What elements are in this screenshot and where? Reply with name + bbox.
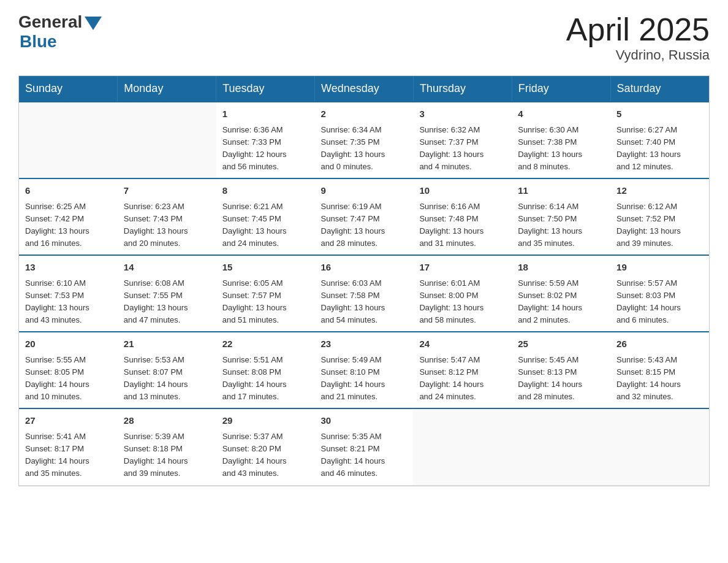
day-info: Sunrise: 6:34 AMSunset: 7:35 PMDaylight:… [321, 124, 408, 174]
day-number: 28 [124, 414, 210, 428]
calendar-cell: 7Sunrise: 6:23 AMSunset: 7:43 PMDaylight… [118, 178, 216, 255]
calendar-header-sunday: Sunday [19, 76, 118, 102]
day-number: 26 [616, 337, 703, 351]
day-number: 3 [419, 107, 506, 121]
calendar-cell: 8Sunrise: 6:21 AMSunset: 7:45 PMDaylight… [216, 178, 315, 255]
page-header: General Blue April 2025 Vydrino, Russia [18, 12, 710, 63]
calendar-cell: 27Sunrise: 5:41 AMSunset: 8:17 PMDayligh… [19, 408, 118, 485]
calendar-week-row: 20Sunrise: 5:55 AMSunset: 8:05 PMDayligh… [19, 332, 709, 408]
day-info: Sunrise: 6:10 AMSunset: 7:53 PMDaylight:… [25, 277, 112, 327]
calendar-cell: 21Sunrise: 5:53 AMSunset: 8:07 PMDayligh… [118, 332, 216, 408]
day-number: 6 [25, 184, 112, 198]
day-info: Sunrise: 5:47 AMSunset: 8:12 PMDaylight:… [419, 354, 506, 404]
day-info: Sunrise: 6:25 AMSunset: 7:42 PMDaylight:… [25, 201, 112, 250]
calendar-cell: 16Sunrise: 6:03 AMSunset: 7:58 PMDayligh… [315, 255, 414, 332]
day-number: 19 [616, 261, 703, 275]
calendar-cell: 22Sunrise: 5:51 AMSunset: 8:08 PMDayligh… [216, 332, 315, 408]
calendar-week-row: 13Sunrise: 6:10 AMSunset: 7:53 PMDayligh… [19, 255, 709, 332]
day-number: 1 [222, 107, 309, 121]
day-number: 5 [616, 107, 703, 121]
calendar-cell [413, 408, 512, 485]
calendar-cell: 5Sunrise: 6:27 AMSunset: 7:40 PMDaylight… [610, 102, 709, 178]
calendar-cell: 28Sunrise: 5:39 AMSunset: 8:18 PMDayligh… [118, 408, 216, 485]
calendar-week-row: 1Sunrise: 6:36 AMSunset: 7:33 PMDaylight… [19, 102, 709, 178]
day-info: Sunrise: 5:43 AMSunset: 8:15 PMDaylight:… [616, 354, 703, 404]
day-info: Sunrise: 5:55 AMSunset: 8:05 PMDaylight:… [25, 354, 112, 404]
day-info: Sunrise: 6:32 AMSunset: 7:37 PMDaylight:… [419, 124, 506, 174]
title-section: April 2025 Vydrino, Russia [566, 12, 710, 63]
day-number: 18 [518, 261, 604, 275]
calendar-cell: 12Sunrise: 6:12 AMSunset: 7:52 PMDayligh… [610, 178, 709, 255]
day-info: Sunrise: 5:39 AMSunset: 8:18 PMDaylight:… [124, 431, 210, 480]
calendar-cell: 15Sunrise: 6:05 AMSunset: 7:57 PMDayligh… [216, 255, 315, 332]
day-info: Sunrise: 5:49 AMSunset: 8:10 PMDaylight:… [321, 354, 408, 404]
day-info: Sunrise: 6:23 AMSunset: 7:43 PMDaylight:… [124, 201, 210, 250]
day-number: 21 [124, 337, 210, 351]
day-number: 16 [321, 261, 408, 275]
day-number: 7 [124, 184, 210, 198]
day-info: Sunrise: 5:57 AMSunset: 8:03 PMDaylight:… [616, 277, 703, 327]
day-info: Sunrise: 6:01 AMSunset: 8:00 PMDaylight:… [419, 277, 506, 327]
calendar-cell: 2Sunrise: 6:34 AMSunset: 7:35 PMDaylight… [315, 102, 414, 178]
calendar-header-thursday: Thursday [413, 76, 512, 102]
day-info: Sunrise: 5:35 AMSunset: 8:21 PMDaylight:… [321, 431, 408, 480]
calendar-cell: 17Sunrise: 6:01 AMSunset: 8:00 PMDayligh… [413, 255, 512, 332]
day-info: Sunrise: 5:51 AMSunset: 8:08 PMDaylight:… [222, 354, 309, 404]
calendar-cell: 10Sunrise: 6:16 AMSunset: 7:48 PMDayligh… [413, 178, 512, 255]
day-info: Sunrise: 6:30 AMSunset: 7:38 PMDaylight:… [518, 124, 604, 174]
day-number: 15 [222, 261, 309, 275]
day-number: 17 [419, 261, 506, 275]
day-number: 13 [25, 261, 112, 275]
day-info: Sunrise: 6:19 AMSunset: 7:47 PMDaylight:… [321, 201, 408, 250]
day-info: Sunrise: 5:59 AMSunset: 8:02 PMDaylight:… [518, 277, 604, 327]
calendar-cell [118, 102, 216, 178]
day-info: Sunrise: 6:14 AMSunset: 7:50 PMDaylight:… [518, 201, 604, 250]
day-info: Sunrise: 6:05 AMSunset: 7:57 PMDaylight:… [222, 277, 309, 327]
day-info: Sunrise: 6:36 AMSunset: 7:33 PMDaylight:… [222, 124, 309, 174]
day-number: 20 [25, 337, 112, 351]
day-number: 27 [25, 414, 112, 428]
day-number: 2 [321, 107, 408, 121]
calendar-week-row: 27Sunrise: 5:41 AMSunset: 8:17 PMDayligh… [19, 408, 709, 485]
month-year-title: April 2025 [566, 12, 710, 47]
day-number: 30 [321, 414, 408, 428]
day-number: 8 [222, 184, 309, 198]
calendar-wrapper: SundayMondayTuesdayWednesdayThursdayFrid… [18, 75, 710, 486]
day-number: 22 [222, 337, 309, 351]
day-number: 23 [321, 337, 408, 351]
calendar-cell: 1Sunrise: 6:36 AMSunset: 7:33 PMDaylight… [216, 102, 315, 178]
calendar-cell: 3Sunrise: 6:32 AMSunset: 7:37 PMDaylight… [413, 102, 512, 178]
calendar-cell [19, 102, 118, 178]
day-number: 14 [124, 261, 210, 275]
calendar-cell: 11Sunrise: 6:14 AMSunset: 7:50 PMDayligh… [512, 178, 610, 255]
day-number: 12 [616, 184, 703, 198]
calendar-cell: 14Sunrise: 6:08 AMSunset: 7:55 PMDayligh… [118, 255, 216, 332]
calendar-header-row: SundayMondayTuesdayWednesdayThursdayFrid… [19, 76, 709, 102]
calendar-cell: 30Sunrise: 5:35 AMSunset: 8:21 PMDayligh… [315, 408, 414, 485]
calendar-cell: 25Sunrise: 5:45 AMSunset: 8:13 PMDayligh… [512, 332, 610, 408]
calendar-cell: 4Sunrise: 6:30 AMSunset: 7:38 PMDaylight… [512, 102, 610, 178]
logo-blue-text: Blue [20, 32, 57, 52]
day-number: 9 [321, 184, 408, 198]
day-number: 25 [518, 337, 604, 351]
calendar-cell: 24Sunrise: 5:47 AMSunset: 8:12 PMDayligh… [413, 332, 512, 408]
day-info: Sunrise: 6:03 AMSunset: 7:58 PMDaylight:… [321, 277, 408, 327]
day-info: Sunrise: 6:12 AMSunset: 7:52 PMDaylight:… [616, 201, 703, 250]
calendar-cell [512, 408, 610, 485]
calendar-cell: 18Sunrise: 5:59 AMSunset: 8:02 PMDayligh… [512, 255, 610, 332]
calendar-cell: 19Sunrise: 5:57 AMSunset: 8:03 PMDayligh… [610, 255, 709, 332]
calendar-header-tuesday: Tuesday [216, 76, 315, 102]
calendar-cell: 29Sunrise: 5:37 AMSunset: 8:20 PMDayligh… [216, 408, 315, 485]
calendar-cell [610, 408, 709, 485]
calendar-header-friday: Friday [512, 76, 610, 102]
calendar-cell: 20Sunrise: 5:55 AMSunset: 8:05 PMDayligh… [19, 332, 118, 408]
calendar-header-saturday: Saturday [610, 76, 709, 102]
calendar-table: SundayMondayTuesdayWednesdayThursdayFrid… [19, 76, 709, 485]
day-number: 10 [419, 184, 506, 198]
day-info: Sunrise: 6:27 AMSunset: 7:40 PMDaylight:… [616, 124, 703, 174]
calendar-cell: 13Sunrise: 6:10 AMSunset: 7:53 PMDayligh… [19, 255, 118, 332]
day-number: 24 [419, 337, 506, 351]
logo-general-text: General [18, 12, 82, 32]
day-info: Sunrise: 6:08 AMSunset: 7:55 PMDaylight:… [124, 277, 210, 327]
calendar-header-wednesday: Wednesday [315, 76, 414, 102]
